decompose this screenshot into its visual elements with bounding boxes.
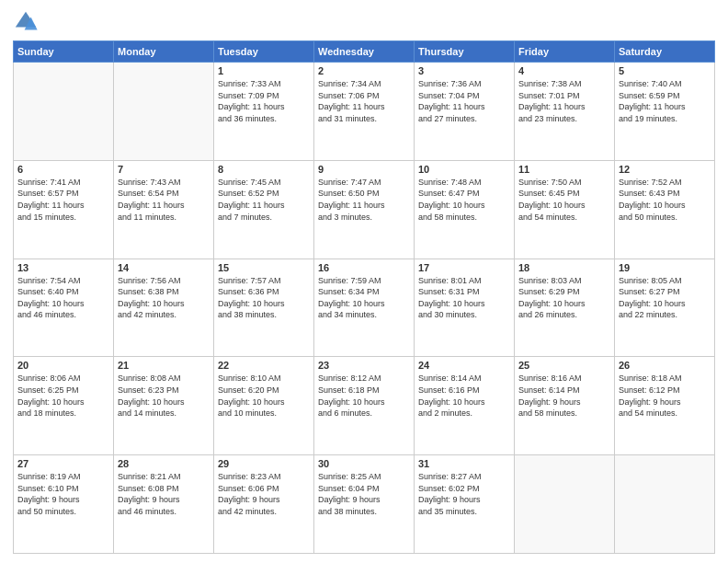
day-number: 1 xyxy=(218,65,310,76)
day-detail: Sunrise: 8:12 AM Sunset: 6:18 PM Dayligh… xyxy=(318,373,410,419)
logo-icon xyxy=(13,9,39,35)
calendar-cell: 20Sunrise: 8:06 AM Sunset: 6:25 PM Dayli… xyxy=(14,357,114,455)
day-detail: Sunrise: 8:27 AM Sunset: 6:02 PM Dayligh… xyxy=(418,471,510,517)
calendar-cell: 5Sunrise: 7:40 AM Sunset: 6:59 PM Daylig… xyxy=(615,63,715,161)
day-number: 20 xyxy=(17,360,109,371)
calendar-cell: 4Sunrise: 7:38 AM Sunset: 7:01 PM Daylig… xyxy=(515,63,615,161)
day-number: 3 xyxy=(418,65,510,76)
day-number: 15 xyxy=(218,262,310,273)
day-number: 14 xyxy=(118,262,210,273)
day-number: 7 xyxy=(118,164,210,175)
day-detail: Sunrise: 7:56 AM Sunset: 6:38 PM Dayligh… xyxy=(118,275,210,321)
day-number: 30 xyxy=(318,458,410,469)
calendar-cell: 18Sunrise: 8:03 AM Sunset: 6:29 PM Dayli… xyxy=(515,259,615,357)
day-detail: Sunrise: 7:47 AM Sunset: 6:50 PM Dayligh… xyxy=(318,177,410,223)
day-number: 16 xyxy=(318,262,410,273)
day-number: 18 xyxy=(518,262,610,273)
page: SundayMondayTuesdayWednesdayThursdayFrid… xyxy=(0,0,728,563)
calendar-cell: 23Sunrise: 8:12 AM Sunset: 6:18 PM Dayli… xyxy=(314,357,415,455)
day-number: 13 xyxy=(17,262,109,273)
calendar-cell: 31Sunrise: 8:27 AM Sunset: 6:02 PM Dayli… xyxy=(415,455,515,554)
day-detail: Sunrise: 7:52 AM Sunset: 6:43 PM Dayligh… xyxy=(619,177,711,223)
calendar-cell: 30Sunrise: 8:25 AM Sunset: 6:04 PM Dayli… xyxy=(314,455,415,554)
calendar-cell: 17Sunrise: 8:01 AM Sunset: 6:31 PM Dayli… xyxy=(415,259,515,357)
day-detail: Sunrise: 8:10 AM Sunset: 6:20 PM Dayligh… xyxy=(218,373,310,419)
day-detail: Sunrise: 8:08 AM Sunset: 6:23 PM Dayligh… xyxy=(118,373,210,419)
day-number: 6 xyxy=(17,164,109,175)
calendar-week-row: 1Sunrise: 7:33 AM Sunset: 7:09 PM Daylig… xyxy=(14,63,715,161)
calendar-day-header: Saturday xyxy=(615,41,715,63)
calendar-cell: 6Sunrise: 7:41 AM Sunset: 6:57 PM Daylig… xyxy=(14,160,114,259)
day-number: 12 xyxy=(619,164,711,175)
calendar-day-header: Wednesday xyxy=(314,41,415,63)
calendar-table: SundayMondayTuesdayWednesdayThursdayFrid… xyxy=(13,40,715,554)
calendar-cell: 22Sunrise: 8:10 AM Sunset: 6:20 PM Dayli… xyxy=(214,357,314,455)
calendar-cell: 10Sunrise: 7:48 AM Sunset: 6:47 PM Dayli… xyxy=(415,160,515,259)
day-detail: Sunrise: 7:38 AM Sunset: 7:01 PM Dayligh… xyxy=(518,78,610,124)
day-detail: Sunrise: 7:54 AM Sunset: 6:40 PM Dayligh… xyxy=(17,275,109,321)
calendar-header-row: SundayMondayTuesdayWednesdayThursdayFrid… xyxy=(14,41,715,63)
calendar-cell: 11Sunrise: 7:50 AM Sunset: 6:45 PM Dayli… xyxy=(515,160,615,259)
day-detail: Sunrise: 7:41 AM Sunset: 6:57 PM Dayligh… xyxy=(17,177,109,223)
calendar-day-header: Sunday xyxy=(14,41,114,63)
calendar-week-row: 6Sunrise: 7:41 AM Sunset: 6:57 PM Daylig… xyxy=(14,160,715,259)
day-detail: Sunrise: 8:03 AM Sunset: 6:29 PM Dayligh… xyxy=(518,275,610,321)
day-number: 25 xyxy=(518,360,610,371)
day-number: 9 xyxy=(318,164,410,175)
calendar-cell: 24Sunrise: 8:14 AM Sunset: 6:16 PM Dayli… xyxy=(415,357,515,455)
day-detail: Sunrise: 8:01 AM Sunset: 6:31 PM Dayligh… xyxy=(418,275,510,321)
day-detail: Sunrise: 8:25 AM Sunset: 6:04 PM Dayligh… xyxy=(318,471,410,517)
calendar-week-row: 13Sunrise: 7:54 AM Sunset: 6:40 PM Dayli… xyxy=(14,259,715,357)
calendar-cell: 28Sunrise: 8:21 AM Sunset: 6:08 PM Dayli… xyxy=(114,455,214,554)
day-detail: Sunrise: 7:33 AM Sunset: 7:09 PM Dayligh… xyxy=(218,78,310,124)
day-detail: Sunrise: 7:36 AM Sunset: 7:04 PM Dayligh… xyxy=(418,78,510,124)
calendar-cell: 27Sunrise: 8:19 AM Sunset: 6:10 PM Dayli… xyxy=(14,455,114,554)
calendar-cell: 2Sunrise: 7:34 AM Sunset: 7:06 PM Daylig… xyxy=(314,63,415,161)
calendar-cell: 7Sunrise: 7:43 AM Sunset: 6:54 PM Daylig… xyxy=(114,160,214,259)
day-detail: Sunrise: 8:14 AM Sunset: 6:16 PM Dayligh… xyxy=(418,373,510,419)
day-number: 17 xyxy=(418,262,510,273)
day-number: 26 xyxy=(619,360,711,371)
calendar-cell xyxy=(515,455,615,554)
day-number: 22 xyxy=(218,360,310,371)
day-number: 2 xyxy=(318,65,410,76)
calendar-cell xyxy=(114,63,214,161)
day-detail: Sunrise: 8:05 AM Sunset: 6:27 PM Dayligh… xyxy=(619,275,711,321)
day-detail: Sunrise: 7:45 AM Sunset: 6:52 PM Dayligh… xyxy=(218,177,310,223)
calendar-week-row: 27Sunrise: 8:19 AM Sunset: 6:10 PM Dayli… xyxy=(14,455,715,554)
calendar-day-header: Tuesday xyxy=(214,41,314,63)
day-detail: Sunrise: 8:16 AM Sunset: 6:14 PM Dayligh… xyxy=(518,373,610,419)
day-number: 10 xyxy=(418,164,510,175)
calendar-cell: 13Sunrise: 7:54 AM Sunset: 6:40 PM Dayli… xyxy=(14,259,114,357)
calendar-day-header: Monday xyxy=(114,41,214,63)
day-number: 23 xyxy=(318,360,410,371)
day-number: 31 xyxy=(418,458,510,469)
calendar-cell: 19Sunrise: 8:05 AM Sunset: 6:27 PM Dayli… xyxy=(615,259,715,357)
day-detail: Sunrise: 8:06 AM Sunset: 6:25 PM Dayligh… xyxy=(17,373,109,419)
day-detail: Sunrise: 8:21 AM Sunset: 6:08 PM Dayligh… xyxy=(118,471,210,517)
day-number: 4 xyxy=(518,65,610,76)
day-detail: Sunrise: 7:59 AM Sunset: 6:34 PM Dayligh… xyxy=(318,275,410,321)
calendar-cell: 29Sunrise: 8:23 AM Sunset: 6:06 PM Dayli… xyxy=(214,455,314,554)
calendar-day-header: Thursday xyxy=(415,41,515,63)
calendar-cell: 12Sunrise: 7:52 AM Sunset: 6:43 PM Dayli… xyxy=(615,160,715,259)
day-number: 24 xyxy=(418,360,510,371)
day-number: 11 xyxy=(518,164,610,175)
day-detail: Sunrise: 7:57 AM Sunset: 6:36 PM Dayligh… xyxy=(218,275,310,321)
calendar-cell: 14Sunrise: 7:56 AM Sunset: 6:38 PM Dayli… xyxy=(114,259,214,357)
day-number: 8 xyxy=(218,164,310,175)
calendar-week-row: 20Sunrise: 8:06 AM Sunset: 6:25 PM Dayli… xyxy=(14,357,715,455)
day-number: 29 xyxy=(218,458,310,469)
day-detail: Sunrise: 7:48 AM Sunset: 6:47 PM Dayligh… xyxy=(418,177,510,223)
day-detail: Sunrise: 7:34 AM Sunset: 7:06 PM Dayligh… xyxy=(318,78,410,124)
calendar-cell: 25Sunrise: 8:16 AM Sunset: 6:14 PM Dayli… xyxy=(515,357,615,455)
day-detail: Sunrise: 7:40 AM Sunset: 6:59 PM Dayligh… xyxy=(619,78,711,124)
calendar-cell: 16Sunrise: 7:59 AM Sunset: 6:34 PM Dayli… xyxy=(314,259,415,357)
calendar-cell: 15Sunrise: 7:57 AM Sunset: 6:36 PM Dayli… xyxy=(214,259,314,357)
day-number: 5 xyxy=(619,65,711,76)
day-detail: Sunrise: 7:43 AM Sunset: 6:54 PM Dayligh… xyxy=(118,177,210,223)
calendar-cell xyxy=(615,455,715,554)
day-number: 28 xyxy=(118,458,210,469)
day-detail: Sunrise: 8:23 AM Sunset: 6:06 PM Dayligh… xyxy=(218,471,310,517)
day-number: 21 xyxy=(118,360,210,371)
